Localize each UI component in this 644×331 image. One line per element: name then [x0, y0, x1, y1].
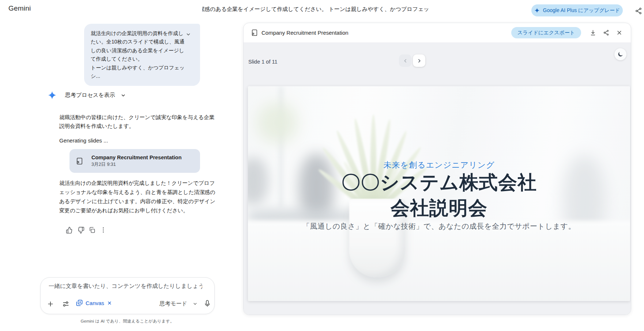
canvas-chip-label: Canvas [86, 300, 104, 306]
share-icon[interactable] [603, 29, 610, 36]
chevron-down-icon[interactable] [185, 31, 191, 37]
tune-icon[interactable] [62, 300, 70, 308]
previous-slide-button[interactable] [399, 54, 411, 67]
copy-icon[interactable] [88, 227, 96, 234]
ai-disclaimer: Gemini は AI であり、間違えることがあります。 [40, 319, 215, 324]
conversation-title: 潔感のある企業をイメージして作成してください。 トーンは親しみやすく、かつプロフ… [202, 5, 491, 13]
next-slide-button[interactable] [413, 54, 425, 67]
mode-selector[interactable]: 思考モード [159, 300, 198, 307]
thumbs-down-icon[interactable] [77, 227, 84, 234]
moon-icon [617, 51, 624, 57]
chevron-left-icon [402, 58, 408, 64]
export-to-slides-button[interactable]: スライドにエクスポート [511, 27, 581, 38]
thumbs-up-icon[interactable] [66, 227, 73, 234]
prompt-input[interactable] [49, 283, 202, 289]
canvas-header: Company Recruitment Presentation スライドにエク… [244, 23, 631, 42]
close-icon[interactable] [107, 300, 112, 306]
slide-subtitle: 「風通しの良さ」と「確かな技術」で、あなたの成長を全力でサポートします。 [248, 221, 630, 231]
prompt-composer: Canvas 思考モード [40, 277, 215, 314]
thinking-toggle-label: 思考プロセスを表示 [65, 92, 115, 99]
user-message: 就活生向けの企業説明用の資料を作成したい。全10枚のスライドで構成し、風通しの良… [84, 24, 200, 86]
chevron-right-icon [416, 58, 422, 64]
canvas-chip[interactable]: Canvas [76, 299, 112, 307]
artifact-timestamp: 3月2日 9:31 [91, 161, 182, 168]
download-icon[interactable] [590, 29, 596, 36]
thinking-process-toggle[interactable]: 思考プロセスを表示 [48, 91, 126, 100]
doc-icon [76, 157, 83, 165]
mic-icon[interactable] [203, 300, 211, 308]
more-vert-icon[interactable] [100, 227, 107, 234]
slide-counter: Slide 1 of 11 [248, 59, 278, 65]
artifact-title: Company Recruitment Presentation [91, 155, 182, 160]
slide-title: 〇〇システム株式会社 会社説明会 [248, 170, 630, 221]
canvas-icon [76, 299, 83, 307]
canvas-body: Slide 1 of 11 [244, 42, 631, 315]
gemini-app: Gemini 潔感のある企業をイメージして作成してください。 トーンは親しみやす… [0, 0, 644, 331]
chevron-down-icon [120, 92, 126, 98]
upgrade-label: Google AI Plus にアップグレード [543, 7, 620, 14]
slide-preview[interactable]: 未来を創るエンジニアリング 〇〇システム株式会社 会社説明会 「風通しの良さ」と… [248, 86, 630, 301]
sparkle-icon [534, 8, 540, 13]
chevron-down-icon [192, 301, 198, 307]
artifact-card[interactable]: Company Recruitment Presentation 3月2日 9:… [69, 149, 200, 173]
mode-label: 思考モード [159, 300, 187, 307]
response-intro-text: 就職活動中の皆様に向けた、クリーンで誠実な印象を与える企業説明会資料を作成いたし… [59, 113, 217, 130]
upgrade-button[interactable]: Google AI Plus にアップグレード [531, 4, 623, 16]
plus-icon[interactable] [46, 300, 54, 308]
close-icon[interactable] [616, 29, 623, 36]
slide-title-line2: 会社説明会 [248, 195, 630, 221]
canvas-title: Company Recruitment Presentation [261, 30, 349, 36]
doc-icon [252, 29, 257, 36]
response-action-row [66, 227, 107, 234]
slide-kicker: 未来を創るエンジニアリング [248, 160, 630, 171]
gemini-sparkle-icon [48, 91, 57, 100]
generating-status-text: Generating slides ... [59, 137, 217, 144]
response-completion-text: 就活生向けの企業説明用資料が完成しました！クリーンでプロフェッショナルな印象を与… [59, 179, 217, 215]
app-logo[interactable]: Gemini [8, 4, 31, 12]
share-icon[interactable] [634, 7, 643, 15]
dark-mode-toggle[interactable] [614, 48, 626, 60]
slide-title-line1: 〇〇システム株式会社 [248, 170, 630, 195]
user-message-text-2: トーンは親しみやすく、かつプロフェッシ... [91, 64, 185, 81]
user-message-text-1: 就活生向けの企業説明用の資料を作成したい。全10枚のスライドで構成し、風通しの良… [91, 29, 185, 64]
canvas-panel: Company Recruitment Presentation スライドにエク… [243, 23, 631, 315]
